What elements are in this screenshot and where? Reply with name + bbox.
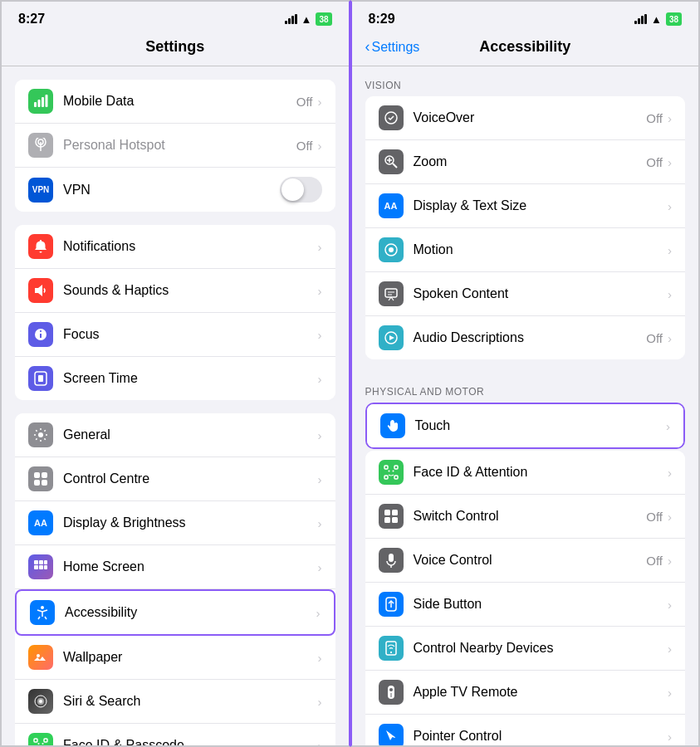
back-label: Settings (372, 40, 420, 55)
voice-control-icon (379, 548, 404, 573)
mobile-data-icon (28, 89, 53, 114)
home-screen-icon (28, 554, 53, 579)
svg-rect-52 (384, 517, 390, 523)
face-id-attention-icon (379, 460, 404, 485)
mobile-data-value: Off (296, 95, 313, 109)
zoom-label: Zoom (414, 154, 647, 169)
notifications-item[interactable]: Notifications › (15, 225, 335, 269)
wallpaper-item[interactable]: Wallpaper › (15, 636, 335, 680)
sounds-haptics-item[interactable]: Sounds & Haptics › (15, 269, 335, 313)
apple-tv-remote-label: Apple TV Remote (414, 685, 668, 700)
settings-scroll[interactable]: Mobile Data Off › Personal Hotspot Off ›… (2, 66, 349, 745)
siri-search-item[interactable]: Siri & Search › (15, 680, 335, 724)
svg-rect-3 (46, 95, 48, 107)
wallpaper-label: Wallpaper (63, 650, 318, 665)
control-centre-icon (28, 466, 53, 491)
zoom-item[interactable]: Zoom Off › (365, 140, 686, 184)
focus-item[interactable]: Focus › (15, 313, 335, 357)
back-button[interactable]: ‹ Settings (365, 38, 420, 56)
home-screen-item[interactable]: Home Screen › (15, 545, 335, 589)
display-brightness-icon: AA (28, 510, 53, 535)
mobile-data-item[interactable]: Mobile Data Off › (15, 80, 335, 124)
voice-control-label: Voice Control (414, 553, 647, 568)
mobile-data-label: Mobile Data (63, 94, 296, 109)
apple-tv-remote-item[interactable]: Apple TV Remote › (365, 671, 686, 715)
focus-chevron: › (318, 328, 322, 342)
siri-search-chevron: › (318, 695, 322, 709)
display-text-size-item[interactable]: AA Display & Text Size › (365, 184, 686, 228)
personal-hotspot-icon (28, 133, 53, 158)
svg-rect-18 (34, 565, 38, 569)
svg-rect-50 (384, 510, 390, 515)
general-section: General › Control Centre › AA Display & (15, 413, 335, 745)
left-phone-panel: 8:27 ▲ 38 Settings (0, 0, 350, 747)
accessibility-label: Accessibility (65, 605, 316, 620)
sounds-label: Sounds & Haptics (63, 283, 318, 298)
screen-time-item[interactable]: Screen Time › (15, 357, 335, 400)
touch-label: Touch (415, 418, 667, 433)
spoken-content-item[interactable]: Spoken Content › (365, 272, 686, 316)
vpn-label: VPN (63, 183, 280, 198)
face-id-passcode-label: Face ID & Passcode (63, 738, 318, 745)
audio-descriptions-label: Audio Descriptions (414, 330, 647, 345)
face-id-attention-item[interactable]: Face ID & Attention › (365, 451, 686, 495)
display-brightness-item[interactable]: AA Display & Brightness › (15, 501, 335, 545)
general-item[interactable]: General › (15, 413, 335, 457)
control-centre-item[interactable]: Control Centre › (15, 457, 335, 501)
wifi-icon: ▲ (301, 13, 312, 26)
motion-item[interactable]: Motion › (365, 228, 686, 272)
svg-rect-44 (384, 466, 388, 469)
side-button-label: Side Button (414, 597, 668, 612)
svg-line-34 (393, 164, 397, 168)
accessibility-scroll[interactable]: VISION VoiceOver Off › (352, 66, 699, 745)
svg-rect-1 (38, 100, 41, 107)
screen-time-label: Screen Time (63, 371, 318, 386)
side-button-item[interactable]: Side Button › (365, 583, 686, 627)
motion-label: Motion (414, 242, 668, 257)
svg-point-49 (392, 471, 394, 472)
spoken-content-label: Spoken Content (414, 286, 668, 301)
svg-rect-17 (44, 560, 47, 564)
svg-rect-45 (394, 466, 398, 469)
accessibility-item[interactable]: Accessibility › (15, 589, 335, 636)
switch-control-value: Off (646, 510, 663, 524)
control-nearby-label: Control Nearby Devices (414, 641, 668, 656)
focus-icon (28, 322, 53, 347)
screen-time-icon (28, 366, 53, 391)
personal-hotspot-chevron: › (318, 139, 322, 153)
apple-tv-remote-chevron: › (668, 686, 672, 700)
display-text-chevron: › (668, 199, 672, 213)
touch-chevron: › (666, 419, 670, 433)
switch-control-item[interactable]: Switch Control Off › (365, 495, 686, 539)
svg-rect-26 (34, 739, 37, 742)
spoken-content-icon (379, 281, 404, 306)
vpn-toggle[interactable] (280, 177, 322, 203)
vision-section: VoiceOver Off › Zoom Off › AA (365, 96, 686, 359)
touch-item[interactable]: Touch › (367, 404, 684, 447)
voice-control-item[interactable]: Voice Control Off › (365, 539, 686, 583)
svg-point-61 (389, 688, 393, 691)
control-centre-label: Control Centre (63, 471, 318, 486)
back-chevron-icon: ‹ (365, 38, 370, 56)
wifi-icon-right: ▲ (651, 13, 662, 26)
face-id-icon (28, 733, 53, 745)
control-nearby-item[interactable]: Control Nearby Devices › (365, 627, 686, 671)
battery-icon: 38 (316, 12, 331, 26)
switch-control-label: Switch Control (414, 509, 647, 524)
svg-rect-11 (34, 472, 40, 478)
signal-icon-right (634, 14, 647, 24)
personal-hotspot-item[interactable]: Personal Hotspot Off › (15, 124, 335, 168)
face-id-passcode-item[interactable]: Face ID & Passcode › (15, 724, 335, 745)
voiceover-item[interactable]: VoiceOver Off › (365, 96, 686, 140)
status-time-right: 8:29 (369, 12, 395, 27)
face-id-passcode-chevron: › (318, 739, 322, 746)
svg-rect-39 (385, 289, 397, 297)
svg-rect-53 (392, 517, 398, 523)
vpn-item[interactable]: VPN VPN (15, 168, 335, 212)
accessibility-chevron: › (316, 606, 321, 620)
physical-header: PHYSICAL AND MOTOR (352, 373, 699, 403)
pointer-control-item[interactable]: Pointer Control › (365, 715, 686, 745)
audio-descriptions-item[interactable]: Audio Descriptions Off › (365, 316, 686, 359)
mobile-data-chevron: › (318, 95, 322, 109)
right-phone-panel: 8:29 ▲ 38 ‹ Settings Accessibility VISIO… (350, 0, 701, 747)
